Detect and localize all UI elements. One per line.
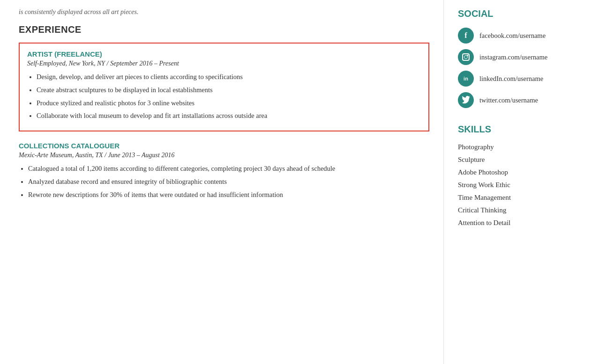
list-item: Analyzed database record and ensured int… xyxy=(28,177,429,187)
skills-heading: SKILLS xyxy=(458,120,575,135)
social-item-instagram: instagram.com/username xyxy=(458,49,575,65)
skill-item: Time Management xyxy=(458,194,575,202)
job-entry-cataloguer: COLLECTIONS CATALOGUER Mexic-Arte Museum… xyxy=(19,142,429,200)
list-item: Rewrote new descriptions for 30% of item… xyxy=(28,190,429,200)
twitter-icon xyxy=(458,92,474,108)
page-wrapper: is consistently displayed across all art… xyxy=(0,0,589,364)
experience-heading: EXPERIENCE xyxy=(19,24,429,35)
job-subtitle-freelance: Self-Employed, New York, NY / September … xyxy=(27,60,421,67)
skill-item: Critical Thinking xyxy=(458,206,575,214)
right-column: SOCIAL f facebook.com/username instagram… xyxy=(444,0,589,364)
instagram-icon xyxy=(458,49,474,65)
skill-item: Photography xyxy=(458,143,575,151)
job-entry-freelance: ARTIST (FREELANCE) Self-Employed, New Yo… xyxy=(19,43,429,131)
left-column: is consistently displayed across all art… xyxy=(0,0,444,364)
linkedin-icon-text: in xyxy=(464,76,468,81)
facebook-icon: f xyxy=(458,28,474,44)
skill-item: Attention to Detail xyxy=(458,219,575,227)
job-title-freelance: ARTIST (FREELANCE) xyxy=(27,50,421,58)
list-item: Produce stylized and realistic photos fo… xyxy=(37,98,421,109)
instagram-icon-shape xyxy=(462,53,470,61)
top-text: is consistently displayed across all art… xyxy=(19,5,429,16)
instagram-label: instagram.com/username xyxy=(479,53,547,61)
twitter-bird-svg xyxy=(462,96,470,104)
job-bullets-cataloguer: Catalogued a total of 1,200 items accord… xyxy=(19,164,429,200)
skill-item: Adobe Photoshop xyxy=(458,168,575,176)
linkedin-label: linkedIn.com/username xyxy=(479,75,544,83)
social-item-facebook: f facebook.com/username xyxy=(458,28,575,44)
list-item: Catalogued a total of 1,200 items accord… xyxy=(28,164,429,174)
list-item: Design, develop, and deliver art pieces … xyxy=(37,72,421,82)
job-title-cataloguer: COLLECTIONS CATALOGUER xyxy=(19,142,429,150)
skills-list: Photography Sculpture Adobe Photoshop St… xyxy=(458,143,575,227)
linkedin-icon: in xyxy=(458,71,474,87)
social-heading: SOCIAL xyxy=(458,5,575,19)
social-item-twitter: twitter.com/username xyxy=(458,92,575,108)
social-item-linkedin: in linkedIn.com/username xyxy=(458,71,575,87)
skill-item: Strong Work Ethic xyxy=(458,181,575,189)
twitter-label: twitter.com/username xyxy=(479,96,538,104)
list-item: Create abstract sculptures to be display… xyxy=(37,85,421,95)
social-list: f facebook.com/username instagram.com/us… xyxy=(458,28,575,108)
facebook-icon-letter: f xyxy=(464,31,467,40)
skill-item: Sculpture xyxy=(458,156,575,164)
job-subtitle-cataloguer: Mexic-Arte Museum, Austin, TX / June 201… xyxy=(19,152,429,159)
facebook-label: facebook.com/username xyxy=(479,32,545,40)
job-bullets-freelance: Design, develop, and deliver art pieces … xyxy=(27,72,421,121)
list-item: Collaborate with local museum to develop… xyxy=(37,111,421,121)
